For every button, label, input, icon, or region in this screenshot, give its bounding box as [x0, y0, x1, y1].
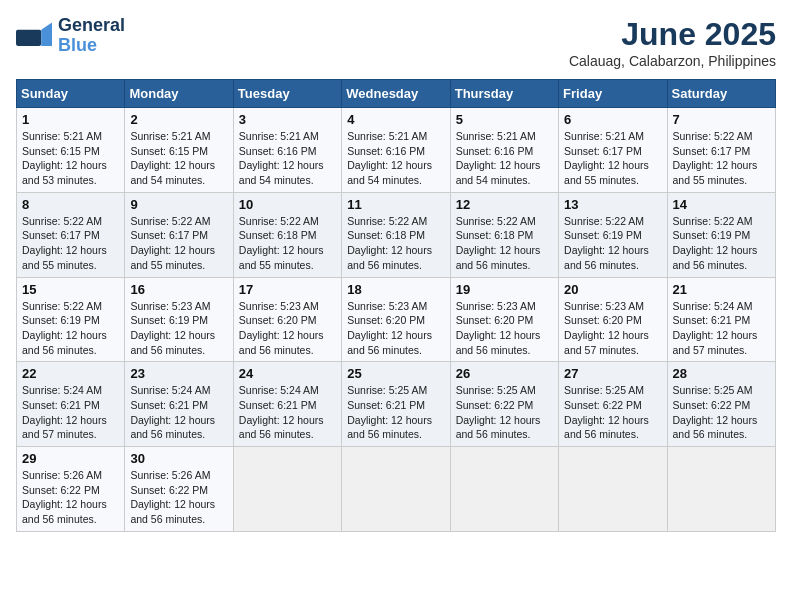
calendar-day-15: 15 Sunrise: 5:22 AM Sunset: 6:19 PM Dayl… [17, 277, 125, 362]
day-number: 17 [239, 282, 336, 297]
calendar-day-3: 3 Sunrise: 5:21 AM Sunset: 6:16 PM Dayli… [233, 108, 341, 193]
calendar-week-5: 29 Sunrise: 5:26 AM Sunset: 6:22 PM Dayl… [17, 447, 776, 532]
calendar-week-2: 8 Sunrise: 5:22 AM Sunset: 6:17 PM Dayli… [17, 192, 776, 277]
day-info: Sunrise: 5:22 AM Sunset: 6:18 PM Dayligh… [347, 214, 444, 273]
day-info: Sunrise: 5:23 AM Sunset: 6:20 PM Dayligh… [456, 299, 553, 358]
day-info: Sunrise: 5:24 AM Sunset: 6:21 PM Dayligh… [239, 383, 336, 442]
calendar-header-row: Sunday Monday Tuesday Wednesday Thursday… [17, 80, 776, 108]
day-info: Sunrise: 5:26 AM Sunset: 6:22 PM Dayligh… [130, 468, 227, 527]
day-number: 5 [456, 112, 553, 127]
day-number: 7 [673, 112, 770, 127]
day-info: Sunrise: 5:21 AM Sunset: 6:16 PM Dayligh… [239, 129, 336, 188]
empty-cell [342, 447, 450, 532]
calendar-day-29: 29 Sunrise: 5:26 AM Sunset: 6:22 PM Dayl… [17, 447, 125, 532]
calendar-day-5: 5 Sunrise: 5:21 AM Sunset: 6:16 PM Dayli… [450, 108, 558, 193]
calendar-day-6: 6 Sunrise: 5:21 AM Sunset: 6:17 PM Dayli… [559, 108, 667, 193]
day-number: 9 [130, 197, 227, 212]
calendar-day-9: 9 Sunrise: 5:22 AM Sunset: 6:17 PM Dayli… [125, 192, 233, 277]
day-number: 28 [673, 366, 770, 381]
calendar-day-17: 17 Sunrise: 5:23 AM Sunset: 6:20 PM Dayl… [233, 277, 341, 362]
calendar-day-11: 11 Sunrise: 5:22 AM Sunset: 6:18 PM Dayl… [342, 192, 450, 277]
day-number: 18 [347, 282, 444, 297]
day-number: 19 [456, 282, 553, 297]
day-number: 6 [564, 112, 661, 127]
day-info: Sunrise: 5:26 AM Sunset: 6:22 PM Dayligh… [22, 468, 119, 527]
header-thursday: Thursday [450, 80, 558, 108]
location-title: Calauag, Calabarzon, Philippines [569, 53, 776, 69]
day-info: Sunrise: 5:25 AM Sunset: 6:21 PM Dayligh… [347, 383, 444, 442]
calendar-day-27: 27 Sunrise: 5:25 AM Sunset: 6:22 PM Dayl… [559, 362, 667, 447]
day-info: Sunrise: 5:21 AM Sunset: 6:17 PM Dayligh… [564, 129, 661, 188]
logo-text: General Blue [58, 16, 125, 56]
calendar-day-20: 20 Sunrise: 5:23 AM Sunset: 6:20 PM Dayl… [559, 277, 667, 362]
calendar-day-21: 21 Sunrise: 5:24 AM Sunset: 6:21 PM Dayl… [667, 277, 775, 362]
header-saturday: Saturday [667, 80, 775, 108]
header-tuesday: Tuesday [233, 80, 341, 108]
header-friday: Friday [559, 80, 667, 108]
day-number: 12 [456, 197, 553, 212]
calendar-day-2: 2 Sunrise: 5:21 AM Sunset: 6:15 PM Dayli… [125, 108, 233, 193]
calendar-day-1: 1 Sunrise: 5:21 AM Sunset: 6:15 PM Dayli… [17, 108, 125, 193]
day-info: Sunrise: 5:24 AM Sunset: 6:21 PM Dayligh… [673, 299, 770, 358]
day-info: Sunrise: 5:22 AM Sunset: 6:19 PM Dayligh… [673, 214, 770, 273]
day-info: Sunrise: 5:22 AM Sunset: 6:17 PM Dayligh… [673, 129, 770, 188]
day-info: Sunrise: 5:25 AM Sunset: 6:22 PM Dayligh… [456, 383, 553, 442]
day-number: 29 [22, 451, 119, 466]
calendar-day-7: 7 Sunrise: 5:22 AM Sunset: 6:17 PM Dayli… [667, 108, 775, 193]
day-number: 22 [22, 366, 119, 381]
page-header: General Blue June 2025 Calauag, Calabarz… [16, 16, 776, 69]
day-number: 2 [130, 112, 227, 127]
calendar-week-4: 22 Sunrise: 5:24 AM Sunset: 6:21 PM Dayl… [17, 362, 776, 447]
calendar-day-26: 26 Sunrise: 5:25 AM Sunset: 6:22 PM Dayl… [450, 362, 558, 447]
day-info: Sunrise: 5:22 AM Sunset: 6:19 PM Dayligh… [564, 214, 661, 273]
calendar-day-13: 13 Sunrise: 5:22 AM Sunset: 6:19 PM Dayl… [559, 192, 667, 277]
day-info: Sunrise: 5:21 AM Sunset: 6:16 PM Dayligh… [347, 129, 444, 188]
logo: General Blue [16, 16, 125, 56]
day-info: Sunrise: 5:25 AM Sunset: 6:22 PM Dayligh… [564, 383, 661, 442]
calendar-day-23: 23 Sunrise: 5:24 AM Sunset: 6:21 PM Dayl… [125, 362, 233, 447]
title-block: June 2025 Calauag, Calabarzon, Philippin… [569, 16, 776, 69]
day-info: Sunrise: 5:22 AM Sunset: 6:18 PM Dayligh… [456, 214, 553, 273]
day-info: Sunrise: 5:24 AM Sunset: 6:21 PM Dayligh… [22, 383, 119, 442]
calendar-day-19: 19 Sunrise: 5:23 AM Sunset: 6:20 PM Dayl… [450, 277, 558, 362]
day-info: Sunrise: 5:23 AM Sunset: 6:20 PM Dayligh… [239, 299, 336, 358]
calendar-day-16: 16 Sunrise: 5:23 AM Sunset: 6:19 PM Dayl… [125, 277, 233, 362]
header-monday: Monday [125, 80, 233, 108]
day-info: Sunrise: 5:21 AM Sunset: 6:15 PM Dayligh… [22, 129, 119, 188]
empty-cell [233, 447, 341, 532]
day-number: 21 [673, 282, 770, 297]
day-number: 4 [347, 112, 444, 127]
header-wednesday: Wednesday [342, 80, 450, 108]
day-number: 11 [347, 197, 444, 212]
calendar-day-30: 30 Sunrise: 5:26 AM Sunset: 6:22 PM Dayl… [125, 447, 233, 532]
calendar-day-10: 10 Sunrise: 5:22 AM Sunset: 6:18 PM Dayl… [233, 192, 341, 277]
svg-rect-0 [16, 29, 41, 45]
day-number: 14 [673, 197, 770, 212]
svg-marker-1 [41, 22, 52, 45]
day-number: 16 [130, 282, 227, 297]
day-number: 10 [239, 197, 336, 212]
day-info: Sunrise: 5:22 AM Sunset: 6:19 PM Dayligh… [22, 299, 119, 358]
day-info: Sunrise: 5:25 AM Sunset: 6:22 PM Dayligh… [673, 383, 770, 442]
calendar-day-28: 28 Sunrise: 5:25 AM Sunset: 6:22 PM Dayl… [667, 362, 775, 447]
month-title: June 2025 [569, 16, 776, 53]
day-number: 15 [22, 282, 119, 297]
day-number: 30 [130, 451, 227, 466]
calendar-week-3: 15 Sunrise: 5:22 AM Sunset: 6:19 PM Dayl… [17, 277, 776, 362]
empty-cell [559, 447, 667, 532]
calendar-day-4: 4 Sunrise: 5:21 AM Sunset: 6:16 PM Dayli… [342, 108, 450, 193]
day-number: 8 [22, 197, 119, 212]
calendar-day-22: 22 Sunrise: 5:24 AM Sunset: 6:21 PM Dayl… [17, 362, 125, 447]
day-number: 1 [22, 112, 119, 127]
day-number: 25 [347, 366, 444, 381]
empty-cell [667, 447, 775, 532]
calendar-day-24: 24 Sunrise: 5:24 AM Sunset: 6:21 PM Dayl… [233, 362, 341, 447]
empty-cell [450, 447, 558, 532]
day-info: Sunrise: 5:23 AM Sunset: 6:20 PM Dayligh… [564, 299, 661, 358]
calendar-day-18: 18 Sunrise: 5:23 AM Sunset: 6:20 PM Dayl… [342, 277, 450, 362]
day-info: Sunrise: 5:22 AM Sunset: 6:17 PM Dayligh… [22, 214, 119, 273]
day-info: Sunrise: 5:24 AM Sunset: 6:21 PM Dayligh… [130, 383, 227, 442]
calendar-week-1: 1 Sunrise: 5:21 AM Sunset: 6:15 PM Dayli… [17, 108, 776, 193]
day-number: 24 [239, 366, 336, 381]
header-sunday: Sunday [17, 80, 125, 108]
